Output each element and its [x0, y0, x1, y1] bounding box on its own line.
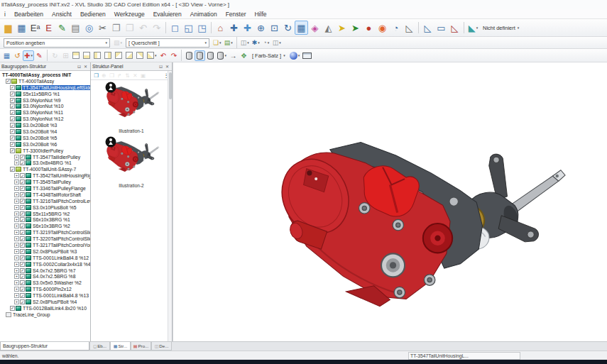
tree-item[interactable]: +✓S2.0x8PlusPBolt %3: [0, 248, 90, 255]
expander-icon[interactable]: +: [14, 249, 19, 254]
visibility-checkbox[interactable]: ✓: [10, 148, 15, 153]
tree-item[interactable]: TraceLine_Group: [0, 311, 90, 318]
view-add-icon[interactable]: ✚▾: [23, 50, 34, 61]
tree-item[interactable]: +✓S5x11x5BRG %2: [0, 211, 90, 217]
rotate-left-icon[interactable]: ↶: [158, 50, 168, 61]
measure-distance-icon[interactable]: ◺: [421, 21, 434, 35]
red-pen-icon[interactable]: ✎: [34, 50, 45, 61]
view-iso-icon[interactable]: [135, 50, 146, 61]
rotate-view-icon[interactable]: ↻: [281, 21, 295, 35]
3d-viewport[interactable]: [173, 62, 607, 341]
tree-item[interactable]: +✓TTS-0001LinkBall4.8 %13: [0, 292, 90, 299]
visibility-checkbox[interactable]: ✓: [20, 173, 25, 178]
tree-item[interactable]: ✓S3.0x20Bolt %3: [0, 122, 90, 128]
pick-move-icon[interactable]: ➤: [335, 21, 349, 35]
visibility-checkbox[interactable]: ✓: [20, 199, 25, 204]
visibility-checkbox[interactable]: ✓: [20, 262, 25, 267]
open-icon[interactable]: ▆: [1, 21, 15, 35]
menu-item-bedienen[interactable]: Bedienen: [76, 9, 110, 19]
copy-illustration-icon[interactable]: ❐: [108, 72, 116, 79]
illustration-thumbnail[interactable]: Illustration-1: [101, 84, 162, 133]
tree-item[interactable]: ✓S3.0NylonNut %11: [0, 109, 90, 116]
expander-icon[interactable]: +: [14, 299, 19, 304]
measure-zoom-icon[interactable]: ◔: [389, 21, 403, 35]
visibility-checkbox[interactable]: ✓: [20, 230, 25, 235]
expander-icon[interactable]: +: [14, 186, 19, 191]
select-config-icon[interactable]: ◈: [308, 21, 322, 35]
move-up-icon[interactable]: ↱: [116, 72, 124, 79]
tree-item[interactable]: ✓TT-3547TailUnitHousingLeftSide: [0, 84, 90, 91]
save-icon[interactable]: ▦: [15, 21, 28, 35]
visibility-checkbox[interactable]: ✓: [10, 98, 15, 103]
visibility-checkbox[interactable]: ✓: [20, 299, 25, 304]
visibility-checkbox[interactable]: ✓: [20, 255, 25, 260]
tree-item[interactable]: +✓TTS-0002Collar3x4x18 %4: [0, 261, 90, 268]
visibility-checkbox[interactable]: ✓: [20, 205, 25, 210]
zoom-in-icon[interactable]: ⊕: [254, 21, 268, 35]
menu-item-werkzeuge[interactable]: Werkzeuge: [110, 9, 149, 19]
tree-item[interactable]: +✓TT-3545TailPulley: [0, 179, 90, 185]
visibility-checkbox[interactable]: ✓: [10, 306, 15, 311]
view-left-icon[interactable]: [92, 50, 103, 61]
visibility-checkbox[interactable]: ✓: [10, 129, 15, 134]
view-top-icon[interactable]: [114, 50, 124, 61]
link-illustration-icon[interactable]: ⊕: [100, 72, 108, 79]
expander-icon[interactable]: +: [14, 293, 19, 298]
view-front-icon[interactable]: [71, 50, 82, 61]
expander-icon[interactable]: +: [14, 199, 19, 204]
comment-icon[interactable]: ❏▾: [212, 38, 223, 48]
view-right-icon[interactable]: [103, 50, 114, 61]
visibility-checkbox[interactable]: ✓: [20, 274, 25, 279]
paint-bucket-icon[interactable]: ◣▾: [466, 21, 480, 35]
expander-icon[interactable]: +: [14, 192, 19, 197]
visibility-checkbox[interactable]: ✓: [6, 79, 11, 84]
effects-icon[interactable]: ✱▾: [251, 38, 261, 48]
expander-icon[interactable]: +: [14, 224, 19, 228]
display-wireframe-icon[interactable]: ▾: [216, 50, 228, 61]
ball-joint-icon[interactable]: ●: [362, 21, 376, 35]
print-preview-icon[interactable]: ◎: [82, 21, 96, 35]
menu-item-bearbeiten[interactable]: Bearbeiten: [10, 9, 48, 19]
tree-item[interactable]: ✓TT-3300IdlerPulley: [0, 148, 90, 154]
color-mode-label[interactable]: Nicht definiert▾: [480, 23, 522, 33]
tree-item[interactable]: +✓S3.0x8x4BRG %1: [0, 160, 90, 166]
motion-path-icon[interactable]: ◫▾: [271, 38, 283, 48]
cross-section-box-icon[interactable]: ▧▾: [112, 38, 124, 48]
move-icon[interactable]: ✚: [241, 21, 254, 35]
visibility-checkbox[interactable]: ✓: [20, 243, 25, 248]
view-bottom-icon[interactable]: [124, 50, 135, 61]
expander-icon[interactable]: +: [14, 274, 19, 279]
measure-angle-icon[interactable]: ◺: [403, 21, 416, 35]
print-icon[interactable]: ▤: [69, 21, 82, 35]
visibility-checkbox[interactable]: ✓: [20, 192, 25, 197]
tree-item[interactable]: +✓TT-3219TailPitchControlSlider: [0, 229, 90, 236]
copy-icon[interactable]: ❐: [109, 21, 123, 35]
farbsatz-icon[interactable]: ❖: [239, 50, 249, 61]
paste-icon[interactable]: ❐: [123, 21, 136, 35]
tree-item[interactable]: +✓TTS-6000Pin2x12: [0, 286, 90, 292]
expander-icon[interactable]: +: [14, 268, 19, 273]
undo-icon[interactable]: ↶: [136, 21, 150, 35]
expander-icon[interactable]: +: [14, 217, 19, 222]
panel-tab-de[interactable]: ◫De...: [151, 342, 172, 351]
pick-snap-icon[interactable]: ➤: [349, 21, 362, 35]
visibility-checkbox[interactable]: ✓: [20, 287, 25, 292]
menu-item-i[interactable]: i: [0, 9, 10, 19]
pen-icon[interactable]: ✎: [55, 21, 69, 35]
select-frame-icon[interactable]: ◻: [168, 21, 182, 35]
tree-item[interactable]: +✓S3.0x5x0.5Washer %2: [0, 280, 90, 286]
tree-item[interactable]: +✓TT-3346TailPulleyFlange: [0, 185, 90, 192]
expander-icon[interactable]: +: [14, 287, 19, 292]
visibility-checkbox[interactable]: ✓: [10, 123, 15, 128]
text-edit-icon[interactable]: E: [42, 21, 55, 35]
tree-item[interactable]: +✓TT-3547TailIdlerPulley: [0, 154, 90, 160]
cut-icon[interactable]: ✂: [96, 21, 109, 35]
visibility-checkbox[interactable]: ✓: [20, 249, 25, 254]
tree-item[interactable]: +✓TT-3542TailUnitHousingRightSide: [0, 172, 90, 179]
delete-illustration-icon[interactable]: ✕: [131, 72, 139, 79]
expander-icon[interactable]: +: [14, 280, 19, 285]
measure-delete-icon[interactable]: ◺: [448, 21, 461, 35]
tree-item[interactable]: +✓S4.0x7x2.5BRG %8: [0, 274, 90, 280]
pin-icon[interactable]: ⊡: [76, 64, 82, 69]
tree-item[interactable]: ✓S3.0NylonNut %10: [0, 103, 90, 109]
